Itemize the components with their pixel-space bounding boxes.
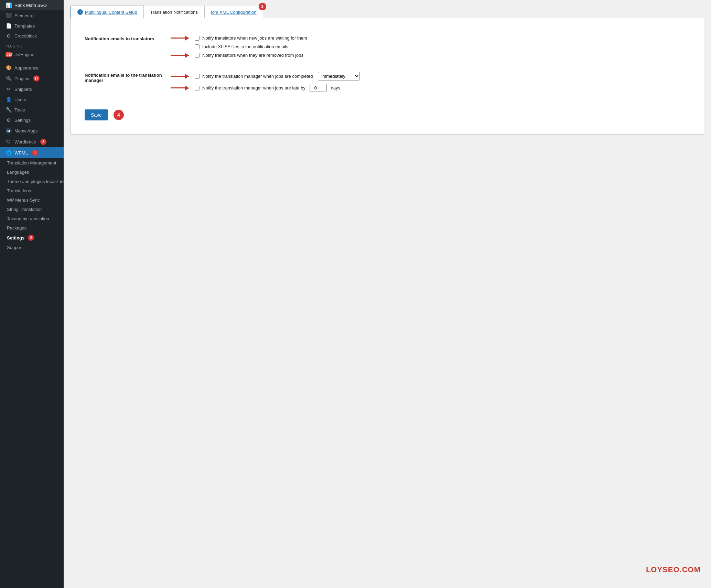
watermark: LOYSEO.COM (646, 565, 701, 574)
arrow-wrapper-2: Notify translators when they are removed… (195, 53, 690, 58)
info-icon: i (77, 9, 83, 15)
checkbox-notify-completed[interactable] (195, 74, 200, 79)
manager-section: Notification emails to the translation m… (85, 65, 690, 99)
translators-section: Notification emails to translators Notif… (85, 29, 690, 65)
manager-section-label: Notification emails to the translation m… (85, 72, 181, 83)
sidebar-item-users[interactable]: 👤 Users (0, 94, 64, 105)
label-notify-new-jobs: Notify translators when new jobs are wai… (202, 35, 307, 41)
sidebar-item-templates[interactable]: 📄 Templates (0, 21, 64, 31)
translators-controls: Notify translators when new jobs are wai… (195, 35, 690, 58)
plugins-icon: 🔌 (6, 76, 12, 81)
submenu-translations[interactable]: Translations (0, 186, 64, 195)
tab-badge-3: 3 (259, 3, 266, 10)
arrow-line-2 (171, 55, 185, 56)
checkbox-notify-new-jobs[interactable] (195, 36, 200, 41)
wpml-badge: 1 (32, 150, 38, 156)
jetengine-icon: JET (6, 52, 12, 57)
submenu-packages[interactable]: Packages (0, 223, 64, 233)
checkbox-row-completed: Notify the translation manager when jobs… (195, 72, 690, 81)
submenu-support[interactable]: Support (0, 243, 64, 252)
save-section: Save 4 (85, 99, 690, 124)
arrow-wrapper-3: Notify the translation manager when jobs… (195, 72, 690, 81)
red-arrow-4 (171, 86, 189, 90)
tabs-bar: i Multilingual Content Setup Translation… (71, 6, 704, 18)
arrow-head-2 (185, 53, 189, 58)
sidebar-item-wordfence[interactable]: 🛡 Wordfence 2 (0, 136, 64, 147)
users-icon: 👤 (6, 97, 12, 102)
sidebar-item-meow-apps[interactable]: M Meow Apps (0, 125, 64, 136)
main-content: i Multilingual Content Setup Translation… (64, 0, 711, 588)
submenu-theme-plugins[interactable]: Theme and plugins localization (0, 177, 64, 186)
sidebar-item-snippets[interactable]: ✂ Snippets (0, 84, 64, 94)
sidebar-item-appearance[interactable]: 🎨 Appearance (0, 63, 64, 73)
red-arrow-2 (171, 53, 189, 58)
red-arrow-3 (171, 74, 189, 79)
sidebar-item-jetengine[interactable]: JET JetEngine (0, 50, 64, 60)
appearance-icon: 🎨 (6, 65, 12, 71)
submenu-translation-management[interactable]: Translation Management (0, 158, 64, 168)
sidebar-item-rank-math[interactable]: 📊 Rank Math SEO (0, 0, 64, 10)
checkbox-row-notify-new: Notify translators when new jobs are wai… (195, 35, 690, 41)
arrow-line-4 (171, 87, 185, 88)
sidebar-item-crocoblock[interactable]: C Crocoblock (0, 31, 64, 41)
translators-section-label: Notification emails to translators (85, 35, 181, 41)
arrow-wrapper-1: Notify translators when new jobs are wai… (195, 35, 690, 41)
submenu-taxonomy-translation[interactable]: Taxonomy translation (0, 214, 64, 223)
arrow-line-1 (171, 38, 185, 39)
arrow-line-3 (171, 76, 185, 77)
checkbox-notify-removed[interactable] (195, 53, 200, 58)
red-arrow-1 (171, 36, 189, 41)
submenu-string-translation[interactable]: String Translation (0, 205, 64, 214)
tools-icon: 🔧 (6, 107, 12, 113)
step-badge-4: 4 (114, 110, 124, 120)
templates-icon: 📄 (6, 23, 12, 29)
settings-icon: ⚙ (6, 117, 12, 123)
label-notify-completed: Notify the translation manager when jobs… (202, 74, 313, 79)
sidebar-item-settings[interactable]: ⚙ Settings (0, 115, 64, 125)
rank-math-icon: 📊 (6, 2, 12, 8)
label-include-xliff: Include XLIFF files in the notification … (202, 44, 288, 49)
arrow-wrapper-4: Notify the translation manager when jobs… (195, 84, 690, 92)
content-card: Notification emails to translators Notif… (71, 18, 704, 135)
submenu-languages[interactable]: Languages (0, 168, 64, 177)
plugins-badge: 17 (33, 75, 40, 82)
checkbox-include-xliff[interactable] (195, 44, 200, 49)
label-notify-removed: Notify translators when they are removed… (202, 53, 303, 58)
save-button[interactable]: Save (85, 109, 108, 120)
settings-sub-badge: 2 (28, 235, 34, 241)
submenu-settings[interactable]: Settings 2 (0, 233, 64, 243)
tab-translation-notifications[interactable]: Translation Notifications (144, 6, 204, 18)
plugins-section-label: PLUGINS (0, 41, 64, 50)
elementor-icon: ⬛ (6, 13, 12, 18)
checkbox-row-xliff: Include XLIFF files in the notification … (195, 44, 690, 49)
snippets-icon: ✂ (6, 86, 12, 92)
days-input[interactable] (310, 84, 327, 92)
crocoblock-icon: C (6, 33, 12, 39)
submenu-wp-menus-sync[interactable]: WP Menus Sync (0, 195, 64, 205)
manager-controls: Notify the translation manager when jobs… (195, 72, 690, 92)
wordfence-icon: 🛡 (6, 139, 12, 145)
wordfence-badge: 2 (40, 139, 46, 145)
label-notify-late-before: Notify the translation manager when jobs… (202, 85, 305, 90)
sidebar-item-tools[interactable]: 🔧 Tools (0, 105, 64, 115)
arrow-head-4 (185, 86, 189, 90)
arrow-head-3 (185, 74, 189, 79)
sidebar-item-plugins[interactable]: 🔌 Plugins 17 (0, 73, 64, 84)
tab-custom-xml[interactable]: 3 tom XML Configuration (204, 6, 263, 18)
checkbox-notify-late[interactable] (195, 86, 200, 90)
arrow-head-1 (185, 36, 189, 41)
sidebar: 📊 Rank Math SEO ⬛ Elementor 📄 Templates … (0, 0, 64, 588)
meow-icon: M (6, 128, 12, 134)
checkbox-row-removed: Notify translators when they are removed… (195, 53, 690, 58)
days-label: days (331, 85, 340, 90)
wpml-icon: 🌐 (6, 150, 12, 156)
sidebar-item-elementor[interactable]: ⬛ Elementor (0, 10, 64, 21)
sidebar-item-wpml[interactable]: 🌐 WPML 1 (0, 147, 64, 158)
checkbox-row-late: Notify the translation manager when jobs… (195, 84, 690, 92)
tab-multilingual-setup[interactable]: i Multilingual Content Setup (71, 6, 144, 18)
immediately-select[interactable]: immediately daily weekly (318, 72, 360, 81)
